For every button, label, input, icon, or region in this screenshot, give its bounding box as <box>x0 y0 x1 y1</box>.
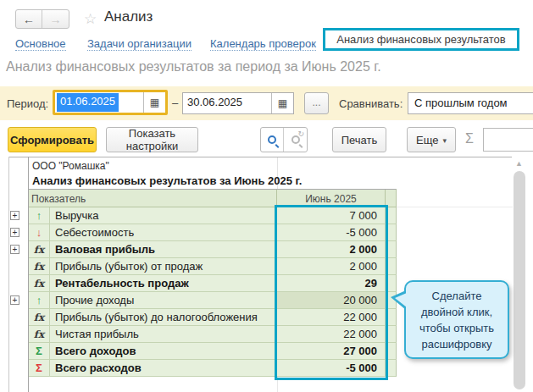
callout-text: расшифровку <box>406 336 508 352</box>
date-from-field[interactable]: 01.06.2025 ▦ <box>55 92 165 113</box>
row-value[interactable]: 2 000 <box>277 241 386 257</box>
expand-button[interactable]: + <box>10 211 19 220</box>
table-row[interactable]: ↑Выручка7 000 <box>29 207 397 224</box>
table-body: ↑Выручка7 000↓Себестоимость-5 000fxВалов… <box>29 207 397 377</box>
table-row[interactable]: fxПрибыль (убыток) до налогообложения22 … <box>29 309 397 326</box>
row-value[interactable]: -5 000 <box>277 360 386 376</box>
date-from-value: 01.06.2025 <box>57 93 119 112</box>
table-header-row[interactable]: Показатель Июнь 2025 <box>29 189 397 207</box>
back-button[interactable]: ← <box>16 10 42 28</box>
fx-icon: fx <box>29 258 50 274</box>
fx-icon: fx <box>29 309 50 325</box>
scrollbar-thumb[interactable] <box>514 171 525 389</box>
row-label[interactable]: Чистая прибыль <box>50 326 277 342</box>
repeat-search-button[interactable]: ↻ <box>284 128 307 152</box>
row-value[interactable]: 7 000 <box>277 207 386 224</box>
scroll-up-icon[interactable]: ▲ <box>515 159 523 168</box>
table-row[interactable]: ↓Себестоимость-5 000 <box>29 224 397 241</box>
sum-field[interactable] <box>483 128 533 152</box>
row-label[interactable]: Валовая прибыль <box>50 241 277 257</box>
search-button[interactable] <box>261 128 284 152</box>
callout-text: двойной клик, <box>406 304 508 320</box>
row-label[interactable]: Себестоимость <box>50 224 277 240</box>
row-label[interactable]: Прибыль (убыток) от продаж <box>50 258 277 274</box>
nav-link-main[interactable]: Основное <box>15 37 66 51</box>
show-settings-button[interactable]: Показать настройки <box>106 127 198 152</box>
fx-icon: fx <box>29 275 50 291</box>
active-tab-financial-analysis[interactable]: Анализ финансовых результатов <box>323 28 519 51</box>
chevron-down-icon: ▾ <box>442 135 447 145</box>
row-pad-cell <box>386 241 396 257</box>
table-row[interactable]: fxРентабельность продаж29 <box>29 275 397 292</box>
nav-link-calendar[interactable]: Календарь проверок <box>210 37 316 51</box>
table-row[interactable]: ↑Прочие доходы20 000 <box>29 292 397 309</box>
expand-button[interactable]: + <box>10 228 19 237</box>
gutter-line <box>8 157 9 392</box>
date-to-value: 30.06.2025 <box>183 93 271 113</box>
date-range-dash: – <box>172 97 178 109</box>
row-pad-cell <box>386 275 396 291</box>
expand-button[interactable]: + <box>10 295 19 305</box>
more-button-label: Еще <box>416 134 438 146</box>
row-value[interactable]: 27 000 <box>277 343 386 359</box>
table-row[interactable]: ΣВсего расходов-5 000 <box>29 360 397 377</box>
arrow-up-icon: ↑ <box>29 292 50 308</box>
column-header-indicator[interactable]: Показатель <box>29 190 277 207</box>
header-extension-line <box>397 207 513 207</box>
row-label[interactable]: Всего доходов <box>50 343 277 359</box>
row-label[interactable]: Рентабельность продаж <box>50 275 277 291</box>
callout-text: чтобы открыть <box>406 320 508 336</box>
row-value[interactable]: 2 000 <box>277 258 386 274</box>
table-row[interactable]: fxПрибыль (убыток) от продаж2 000 <box>29 258 397 275</box>
table-row[interactable]: fxЧистая прибыль22 000 <box>29 326 397 343</box>
arrow-down-icon: ↓ <box>29 224 50 240</box>
company-name: ООО "Ромашка" <box>29 157 397 173</box>
row-pad-cell <box>386 224 396 240</box>
search-button-group: ↻ <box>260 127 308 152</box>
row-label[interactable]: Всего расходов <box>50 360 277 376</box>
row-pad-cell <box>386 309 396 325</box>
expand-button[interactable]: + <box>10 245 19 254</box>
forward-arrow-icon: → <box>50 13 62 26</box>
row-label[interactable]: Прибыль (убыток) до налогообложения <box>50 309 277 325</box>
callout-text: Сделайте <box>406 288 508 304</box>
row-pad-cell <box>386 258 396 274</box>
column-header-pad <box>386 190 396 207</box>
calendar-icon[interactable]: ▦ <box>143 92 165 113</box>
sigma-green-icon: Σ <box>29 343 50 359</box>
search-icon <box>268 135 276 144</box>
row-value[interactable]: 20 000 <box>277 292 386 308</box>
column-header-period[interactable]: Июнь 2025 <box>277 190 386 207</box>
row-value[interactable]: 22 000 <box>277 326 386 342</box>
history-nav-buttons: ← → <box>15 9 69 29</box>
column-divider <box>277 377 278 392</box>
row-label[interactable]: Прочие доходы <box>50 292 277 308</box>
compare-select[interactable]: С прошлым годом <box>408 92 533 114</box>
repeat-arrow-icon: ↻ <box>297 130 304 138</box>
generate-button[interactable]: Сформировать <box>8 127 97 152</box>
favorite-star-icon[interactable]: ☆ <box>84 10 97 28</box>
nav-link-tasks[interactable]: Задачи организации <box>87 37 192 51</box>
row-value[interactable]: 22 000 <box>277 309 386 325</box>
calendar-icon[interactable]: ▦ <box>271 93 293 113</box>
date-picker-button[interactable]: ... <box>304 92 329 114</box>
back-arrow-icon: ← <box>23 13 35 26</box>
sigma-red-icon: Σ <box>29 360 50 376</box>
more-button[interactable]: Еще ▾ <box>407 127 456 152</box>
row-pad-cell <box>386 343 396 359</box>
date-to-field[interactable]: 30.06.2025 ▦ <box>182 92 294 114</box>
arrow-up-icon: ↑ <box>29 207 50 224</box>
table-row[interactable]: fxВаловая прибыль2 000 <box>29 241 397 258</box>
row-value[interactable]: -5 000 <box>277 224 386 240</box>
fx-icon: fx <box>29 326 50 342</box>
report-title: Анализ финансовых результатов за Июнь 20… <box>29 173 397 189</box>
print-button[interactable]: Печать <box>332 127 386 152</box>
table-row[interactable]: ΣВсего доходов27 000 <box>29 343 397 360</box>
page-subtitle: Анализ финансовых результатов за период … <box>6 59 381 75</box>
row-value[interactable]: 29 <box>277 275 386 291</box>
fx-icon: fx <box>29 241 50 257</box>
row-pad-cell <box>386 326 396 342</box>
forward-button[interactable]: → <box>42 10 69 28</box>
row-label[interactable]: Выручка <box>50 207 277 224</box>
row-pad-cell <box>386 207 396 224</box>
